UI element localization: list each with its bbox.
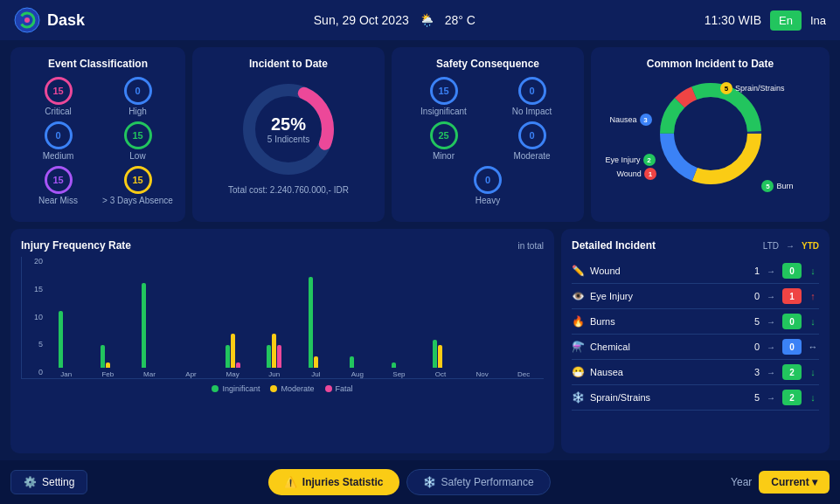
- di-trend: ↔: [807, 342, 819, 352]
- di-ltd: 0: [742, 342, 760, 352]
- di-row-icon: 😷: [572, 366, 585, 378]
- di-name: ✏️ Wound: [572, 265, 737, 277]
- month-label: Jul: [311, 370, 320, 378]
- safety-performance-button[interactable]: ❄️ Safety Performance: [406, 469, 551, 495]
- footer: ⚙️ Setting ⚠️ Injuries Statistic ❄️ Safe…: [0, 460, 840, 504]
- month-label: Jun: [268, 370, 280, 378]
- month-label: Dec: [517, 370, 530, 378]
- lang-ina-button[interactable]: Ina: [810, 14, 826, 27]
- year-button[interactable]: Current ▾: [759, 471, 830, 494]
- footer-right: Year Current ▾: [731, 471, 830, 494]
- common-label-sprain: 5 Sprain/Strains: [720, 82, 785, 94]
- month-group-nov: Nov: [462, 366, 503, 378]
- di-name: ❄️ Sprain/Strains: [572, 391, 737, 404]
- di-ytd-badge: 2: [782, 364, 802, 380]
- di-arrow: →: [765, 393, 777, 403]
- event-item-3days: 15 > 3 Days Absence: [101, 166, 175, 205]
- bar: [101, 345, 105, 368]
- common-donut-container: 5 Sprain/Strains Nausea 3 Eye Injury 2 W…: [654, 77, 767, 190]
- month-label: May: [226, 370, 240, 378]
- injuries-icon: ⚠️: [284, 476, 297, 488]
- legend-dot-insignificant: [212, 385, 219, 392]
- setting-button[interactable]: ⚙️ Setting: [10, 470, 87, 494]
- bar: [309, 277, 313, 368]
- di-row-burns: 🔥 Burns 5 → 0 ↓: [572, 309, 819, 335]
- di-ltd: 5: [742, 316, 760, 327]
- di-ytd-badge: 2: [782, 390, 802, 405]
- sc-badge-minor: 25: [430, 121, 458, 149]
- month-group-jul: Jul: [295, 277, 336, 378]
- common-label-burn: 5 Burn: [761, 180, 793, 192]
- setting-icon: ⚙️: [24, 476, 37, 488]
- incident-to-date-card: Incident to Date 25% 5 Indicents Total c…: [192, 47, 385, 222]
- di-col-ytd: YTD: [802, 241, 819, 251]
- bar: [267, 345, 271, 368]
- di-row-icon: 👁️: [572, 290, 585, 302]
- di-name: ⚗️ Chemical: [572, 341, 737, 353]
- event-classification-title: Event Classification: [21, 58, 175, 70]
- safety-consequence-card: Safety Consequence 15 Insignificant 0 No…: [392, 47, 584, 222]
- sc-item-insignificant: 15 Insignificant: [402, 77, 485, 116]
- month-group-may: May: [212, 334, 253, 378]
- event-badge-low: 15: [124, 121, 152, 149]
- di-arrow: →: [765, 368, 777, 377]
- year-label: Year: [731, 476, 752, 488]
- common-incident-title: Common Incident to Date: [601, 58, 819, 70]
- sc-badge-moderate: 0: [518, 121, 546, 149]
- sc-grid: 15 Insignificant 0 No Impact 25 Minor 0 …: [402, 77, 573, 161]
- header-weather: 28° C: [445, 13, 476, 27]
- di-row-icon: ❄️: [572, 391, 585, 404]
- month-group-aug: Aug: [337, 356, 378, 378]
- di-row-icon: ✏️: [572, 265, 585, 277]
- event-grid: 15 Critical 0 High 0 Medium 15 Low 15: [21, 77, 175, 205]
- footer-center: ⚠️ Injuries Statistic ❄️ Safety Performa…: [268, 469, 551, 495]
- event-badge-medium: 0: [45, 121, 73, 149]
- total-cost: Total cost: 2.240.760.000,- IDR: [203, 185, 374, 195]
- bar-chart: 0 5 10 15 20 JanFebMarAprMayJunJulAugSep…: [21, 257, 544, 379]
- donut-incidents: 5 Indicents: [267, 135, 309, 144]
- month-label: Nov: [476, 370, 488, 378]
- di-ytd-badge: 0: [782, 339, 802, 355]
- legend-dot-fatal: [325, 385, 332, 392]
- event-label-high: High: [128, 107, 147, 116]
- chart-header: Injury Frequency Rate in total: [21, 239, 544, 252]
- bar: [392, 362, 396, 369]
- common-label-eye-injury: Eye Injury 2: [606, 154, 656, 166]
- legend-dot-moderate: [270, 385, 277, 392]
- month-label: Sep: [392, 370, 405, 378]
- sc-item-moderate: 0 Moderate: [490, 121, 573, 161]
- event-badge-high: 0: [124, 77, 152, 105]
- month-group-oct: Oct: [420, 340, 461, 379]
- month-group-sep: Sep: [379, 362, 420, 379]
- di-name: 👁️ Eye Injury: [572, 290, 737, 302]
- header-center: Sun, 29 Oct 2023 🌦️ 28° C: [314, 13, 476, 27]
- bar: [438, 345, 442, 368]
- common-label-wound: Wound 1: [617, 168, 656, 180]
- di-row-eye-injury: 👁️ Eye Injury 0 → 1 ↑: [572, 284, 819, 309]
- detailed-incident-card: Detailed Incident LTD → YTD ✏️ Wound 1 →…: [561, 229, 830, 453]
- bar: [350, 356, 354, 368]
- month-label: Apr: [185, 370, 196, 378]
- setting-label: Setting: [42, 476, 74, 488]
- bar: [277, 345, 281, 368]
- di-trend: ↓: [807, 392, 819, 403]
- safety-consequence-title: Safety Consequence: [402, 58, 573, 70]
- event-classification-card: Event Classification 15 Critical 0 High …: [10, 47, 185, 222]
- bar: [59, 311, 63, 368]
- di-name: 🔥 Burns: [572, 315, 737, 328]
- month-label: Feb: [101, 370, 114, 378]
- di-arrow: →: [765, 342, 777, 352]
- event-label-critical: Critical: [45, 107, 72, 116]
- di-ytd-badge: 0: [782, 263, 802, 279]
- di-ltd: 1: [742, 266, 760, 276]
- di-arrow: →: [765, 292, 777, 301]
- lang-en-button[interactable]: En: [770, 10, 802, 31]
- di-trend: ↑: [807, 291, 819, 301]
- event-label-3days: > 3 Days Absence: [102, 196, 173, 205]
- injuries-statistic-button[interactable]: ⚠️ Injuries Statistic: [268, 469, 399, 495]
- di-row-icon: ⚗️: [572, 341, 585, 353]
- di-rows: ✏️ Wound 1 → 0 ↓ 👁️ Eye Injury 0 → 1 ↑ 🔥…: [572, 259, 819, 411]
- di-title: Detailed Incident: [572, 239, 656, 252]
- header-date: Sun, 29 Oct 2023: [314, 13, 409, 27]
- di-row-icon: 🔥: [572, 315, 585, 328]
